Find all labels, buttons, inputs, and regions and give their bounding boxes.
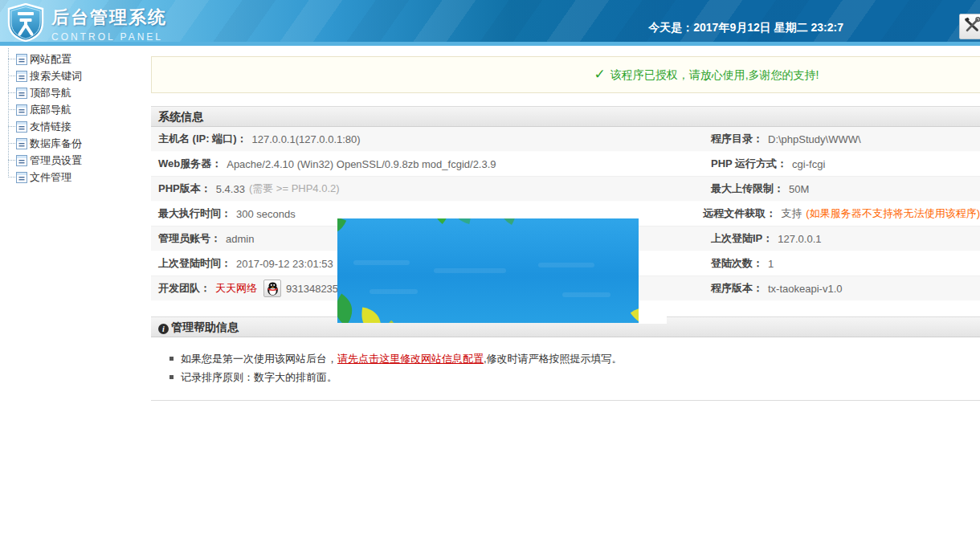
bullet-icon	[169, 375, 174, 379]
info-label: PHP版本：	[158, 182, 211, 196]
page-title: 后台管理系统	[51, 6, 167, 30]
tree-connector	[8, 109, 15, 110]
sidebar-item-1[interactable]: 网站配置	[8, 51, 150, 67]
info-label: 登陆次数：	[711, 256, 763, 271]
info-note: (需要 >= PHP4.0.2)	[249, 182, 340, 196]
info-value: 2017-09-12 23:01:53	[236, 258, 333, 270]
promo-overlay-white-edge	[639, 304, 667, 324]
shield-logo-icon	[6, 3, 45, 42]
page-subtitle: CONTROL PANEL	[51, 31, 167, 43]
sidebar-item-5[interactable]: 友情链接	[8, 118, 150, 135]
sidebar-item-4[interactable]: 底部导航	[8, 101, 150, 118]
sidebar-item-3[interactable]: 顶部导航	[8, 84, 150, 101]
license-notice: ✓该程序已授权，请放心使用,多谢您的支持!	[151, 56, 980, 93]
sidebar-item-label: 数据库备份	[30, 137, 82, 151]
document-icon	[16, 155, 28, 166]
check-icon: ✓	[594, 67, 605, 82]
info-cell-left: PHP版本：5.4.33(需要 >= PHP4.0.2)	[151, 182, 562, 196]
info-icon: i	[158, 324, 169, 334]
info-label: 最大执行时间：	[158, 206, 231, 221]
edit-site-config-link[interactable]: 请先点击这里修改网站信息配置	[337, 349, 484, 368]
sidebar-item-label: 管理员设置	[30, 153, 82, 168]
help-text-pre: 记录排序原则：数字大的排前面。	[181, 368, 337, 386]
document-icon	[16, 71, 28, 82]
qq-number: 931348235	[286, 283, 338, 295]
sidebar-item-label: 网站配置	[30, 52, 71, 67]
sidebar-item-label: 友情链接	[30, 120, 71, 134]
info-label: 程序版本：	[711, 281, 763, 296]
info-value: tx-taokeapi-v1.0	[768, 283, 843, 295]
info-value: 300 seconds	[236, 208, 296, 220]
info-value: 127.0.0.1(127.0.0.1:80)	[252, 133, 361, 145]
system-info-row: Web服务器：Apache/2.4.10 (Win32) OpenSSL/0.9…	[151, 152, 980, 177]
document-icon	[16, 54, 28, 65]
document-icon	[16, 172, 28, 183]
tree-connector	[8, 59, 15, 59]
tree-connector	[8, 160, 15, 161]
info-label: 管理员账号：	[158, 231, 221, 246]
info-label: 开发团队：	[158, 281, 210, 296]
license-notice-text: 该程序已授权，请放心使用,多谢您的支持!	[610, 68, 819, 81]
sidebar-item-label: 底部导航	[30, 103, 71, 117]
date-value: 2017年9月12日 星期二 23:2:7	[693, 21, 843, 34]
header-bar: 后台管理系统 CONTROL PANEL 今天是：2017年9月12日 星期二 …	[0, 0, 980, 46]
sidebar: 网站配置搜索关键词顶部导航底部导航友情链接数据库备份管理员设置文件管理	[0, 46, 150, 547]
info-value: 1	[768, 258, 774, 270]
info-label: 主机名 (IP: 端口)：	[158, 132, 247, 146]
info-cell-right: PHP 运行方式：cgi-fcgi	[562, 157, 980, 171]
dev-team-name: 天天网络	[215, 281, 257, 296]
system-info-row: PHP版本：5.4.33(需要 >= PHP4.0.2)最大上传限制：50M	[151, 177, 980, 202]
info-label: 远程文件获取：	[703, 206, 776, 221]
qq-icon[interactable]	[263, 280, 281, 297]
promo-overlay-image[interactable]	[337, 218, 639, 323]
sidebar-item-8[interactable]: 文件管理	[8, 169, 150, 186]
bullet-icon	[169, 357, 174, 361]
info-label: PHP 运行方式：	[711, 157, 787, 171]
sidebar-item-2[interactable]: 搜索关键词	[8, 67, 150, 84]
help-body: 如果您是第一次使用该网站后台，请先点击这里修改网站信息配置,修改时请严格按照提示…	[151, 337, 980, 401]
tools-button[interactable]	[959, 14, 980, 39]
info-cell-left: 主机名 (IP: 端口)：127.0.0.1(127.0.0.1:80)	[151, 132, 562, 146]
help-text-pre: 如果您是第一次使用该网站后台，	[181, 349, 337, 368]
sidebar-menu: 网站配置搜索关键词顶部导航底部导航友情链接数据库备份管理员设置文件管理	[8, 51, 150, 186]
tree-connector	[8, 177, 15, 178]
sidebar-item-label: 顶部导航	[30, 86, 71, 100]
tree-connector	[8, 76, 15, 76]
info-value: cgi-fcgi	[792, 158, 825, 170]
help-list-item: 如果您是第一次使用该网站后台，请先点击这里修改网站信息配置,修改时请严格按照提示…	[151, 349, 980, 368]
info-value: 127.0.0.1	[778, 233, 821, 245]
help-title: 管理帮助信息	[171, 320, 239, 333]
tree-connector	[8, 126, 15, 127]
help-text-post: ,修改时请严格按照提示填写。	[484, 349, 623, 368]
system-info-title: 系统信息	[158, 110, 203, 123]
document-icon	[16, 121, 28, 133]
document-icon	[16, 88, 28, 99]
sidebar-item-6[interactable]: 数据库备份	[8, 135, 150, 152]
info-label: 上次登陆IP：	[711, 231, 773, 246]
info-cell-right: 最大上传限制：50M	[562, 182, 980, 196]
header-date: 今天是：2017年9月12日 星期二 23:2:7	[648, 21, 843, 35]
document-icon	[16, 138, 28, 149]
info-cell-left: Web服务器：Apache/2.4.10 (Win32) OpenSSL/0.9…	[151, 157, 562, 171]
tree-connector	[8, 143, 15, 144]
sidebar-item-label: 搜索关键词	[30, 69, 82, 84]
tree-connector	[8, 92, 15, 93]
sidebar-item-label: 文件管理	[30, 170, 71, 185]
info-value: 5.4.33	[216, 183, 245, 195]
info-label: 上次登陆时间：	[158, 256, 231, 271]
info-value: 支持	[781, 206, 802, 221]
info-warning-note: (如果服务器不支持将无法使用该程序)	[806, 206, 980, 221]
info-label: 程序目录：	[711, 132, 763, 146]
help-list-item: 记录排序原则：数字大的排前面。	[151, 368, 980, 386]
info-value: D:\phpStudy\WWW\	[768, 133, 861, 145]
system-info-row: 主机名 (IP: 端口)：127.0.0.1(127.0.0.1:80)程序目录…	[151, 127, 980, 152]
info-label: Web服务器：	[158, 157, 222, 171]
info-value: Apache/2.4.10 (Win32) OpenSSL/0.9.8zb mo…	[227, 158, 496, 170]
info-cell-right: 程序目录：D:\phpStudy\WWW\	[562, 132, 980, 146]
sidebar-item-7[interactable]: 管理员设置	[8, 152, 150, 169]
tools-icon	[963, 16, 980, 37]
info-label: 最大上传限制：	[711, 182, 784, 196]
date-label: 今天是：	[648, 21, 693, 34]
system-info-header: 系统信息	[151, 106, 980, 127]
info-value: 50M	[789, 183, 809, 195]
